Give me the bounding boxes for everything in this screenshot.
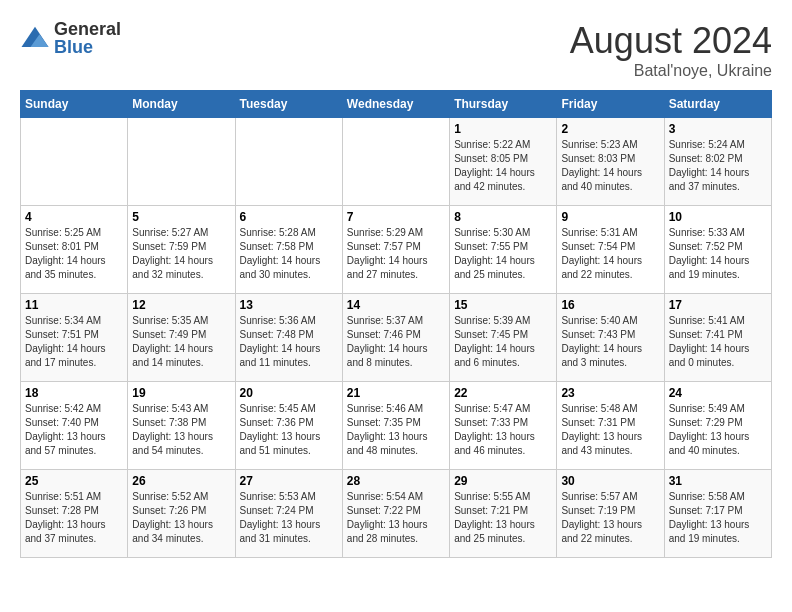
calendar-header-row: SundayMondayTuesdayWednesdayThursdayFrid…: [21, 91, 772, 118]
calendar-cell: 9Sunrise: 5:31 AMSunset: 7:54 PMDaylight…: [557, 206, 664, 294]
calendar-cell: 2Sunrise: 5:23 AMSunset: 8:03 PMDaylight…: [557, 118, 664, 206]
logo-text: General Blue: [54, 20, 121, 56]
day-number: 17: [669, 298, 767, 312]
day-number: 30: [561, 474, 659, 488]
calendar-cell: 3Sunrise: 5:24 AMSunset: 8:02 PMDaylight…: [664, 118, 771, 206]
calendar-header-monday: Monday: [128, 91, 235, 118]
day-number: 12: [132, 298, 230, 312]
calendar-cell: 8Sunrise: 5:30 AMSunset: 7:55 PMDaylight…: [450, 206, 557, 294]
day-info: Sunrise: 5:43 AMSunset: 7:38 PMDaylight:…: [132, 402, 230, 458]
logo-icon: [20, 23, 50, 53]
calendar-cell: 1Sunrise: 5:22 AMSunset: 8:05 PMDaylight…: [450, 118, 557, 206]
day-number: 31: [669, 474, 767, 488]
calendar-header-thursday: Thursday: [450, 91, 557, 118]
day-info: Sunrise: 5:41 AMSunset: 7:41 PMDaylight:…: [669, 314, 767, 370]
calendar-cell: [235, 118, 342, 206]
day-number: 7: [347, 210, 445, 224]
page-header: General Blue August 2024 Batal'noye, Ukr…: [20, 20, 772, 80]
calendar-cell: [342, 118, 449, 206]
calendar-cell: 25Sunrise: 5:51 AMSunset: 7:28 PMDayligh…: [21, 470, 128, 558]
day-info: Sunrise: 5:55 AMSunset: 7:21 PMDaylight:…: [454, 490, 552, 546]
day-number: 11: [25, 298, 123, 312]
day-number: 29: [454, 474, 552, 488]
day-info: Sunrise: 5:40 AMSunset: 7:43 PMDaylight:…: [561, 314, 659, 370]
calendar-cell: 17Sunrise: 5:41 AMSunset: 7:41 PMDayligh…: [664, 294, 771, 382]
day-info: Sunrise: 5:58 AMSunset: 7:17 PMDaylight:…: [669, 490, 767, 546]
day-info: Sunrise: 5:33 AMSunset: 7:52 PMDaylight:…: [669, 226, 767, 282]
calendar-cell: 5Sunrise: 5:27 AMSunset: 7:59 PMDaylight…: [128, 206, 235, 294]
calendar-cell: 28Sunrise: 5:54 AMSunset: 7:22 PMDayligh…: [342, 470, 449, 558]
calendar-header-tuesday: Tuesday: [235, 91, 342, 118]
calendar-table: SundayMondayTuesdayWednesdayThursdayFrid…: [20, 90, 772, 558]
day-info: Sunrise: 5:51 AMSunset: 7:28 PMDaylight:…: [25, 490, 123, 546]
calendar-cell: 15Sunrise: 5:39 AMSunset: 7:45 PMDayligh…: [450, 294, 557, 382]
location: Batal'noye, Ukraine: [570, 62, 772, 80]
calendar-cell: 29Sunrise: 5:55 AMSunset: 7:21 PMDayligh…: [450, 470, 557, 558]
day-info: Sunrise: 5:39 AMSunset: 7:45 PMDaylight:…: [454, 314, 552, 370]
day-number: 24: [669, 386, 767, 400]
calendar-cell: 14Sunrise: 5:37 AMSunset: 7:46 PMDayligh…: [342, 294, 449, 382]
calendar-cell: 23Sunrise: 5:48 AMSunset: 7:31 PMDayligh…: [557, 382, 664, 470]
calendar-week-row: 4Sunrise: 5:25 AMSunset: 8:01 PMDaylight…: [21, 206, 772, 294]
calendar-cell: 11Sunrise: 5:34 AMSunset: 7:51 PMDayligh…: [21, 294, 128, 382]
day-info: Sunrise: 5:48 AMSunset: 7:31 PMDaylight:…: [561, 402, 659, 458]
day-number: 2: [561, 122, 659, 136]
day-info: Sunrise: 5:22 AMSunset: 8:05 PMDaylight:…: [454, 138, 552, 194]
day-number: 18: [25, 386, 123, 400]
day-info: Sunrise: 5:23 AMSunset: 8:03 PMDaylight:…: [561, 138, 659, 194]
day-info: Sunrise: 5:25 AMSunset: 8:01 PMDaylight:…: [25, 226, 123, 282]
title-block: August 2024 Batal'noye, Ukraine: [570, 20, 772, 80]
day-number: 13: [240, 298, 338, 312]
logo: General Blue: [20, 20, 121, 56]
day-info: Sunrise: 5:47 AMSunset: 7:33 PMDaylight:…: [454, 402, 552, 458]
day-number: 8: [454, 210, 552, 224]
day-number: 4: [25, 210, 123, 224]
day-info: Sunrise: 5:53 AMSunset: 7:24 PMDaylight:…: [240, 490, 338, 546]
day-info: Sunrise: 5:37 AMSunset: 7:46 PMDaylight:…: [347, 314, 445, 370]
day-number: 19: [132, 386, 230, 400]
day-number: 23: [561, 386, 659, 400]
calendar-cell: 31Sunrise: 5:58 AMSunset: 7:17 PMDayligh…: [664, 470, 771, 558]
calendar-cell: [128, 118, 235, 206]
calendar-header-friday: Friday: [557, 91, 664, 118]
day-number: 15: [454, 298, 552, 312]
day-info: Sunrise: 5:42 AMSunset: 7:40 PMDaylight:…: [25, 402, 123, 458]
day-info: Sunrise: 5:27 AMSunset: 7:59 PMDaylight:…: [132, 226, 230, 282]
day-number: 5: [132, 210, 230, 224]
calendar-header-sunday: Sunday: [21, 91, 128, 118]
calendar-cell: 24Sunrise: 5:49 AMSunset: 7:29 PMDayligh…: [664, 382, 771, 470]
calendar-cell: 27Sunrise: 5:53 AMSunset: 7:24 PMDayligh…: [235, 470, 342, 558]
day-number: 10: [669, 210, 767, 224]
calendar-cell: 18Sunrise: 5:42 AMSunset: 7:40 PMDayligh…: [21, 382, 128, 470]
calendar-week-row: 25Sunrise: 5:51 AMSunset: 7:28 PMDayligh…: [21, 470, 772, 558]
calendar-cell: 4Sunrise: 5:25 AMSunset: 8:01 PMDaylight…: [21, 206, 128, 294]
calendar-week-row: 1Sunrise: 5:22 AMSunset: 8:05 PMDaylight…: [21, 118, 772, 206]
day-number: 28: [347, 474, 445, 488]
calendar-cell: 22Sunrise: 5:47 AMSunset: 7:33 PMDayligh…: [450, 382, 557, 470]
day-number: 1: [454, 122, 552, 136]
calendar-cell: 6Sunrise: 5:28 AMSunset: 7:58 PMDaylight…: [235, 206, 342, 294]
day-info: Sunrise: 5:31 AMSunset: 7:54 PMDaylight:…: [561, 226, 659, 282]
calendar-cell: 30Sunrise: 5:57 AMSunset: 7:19 PMDayligh…: [557, 470, 664, 558]
day-number: 3: [669, 122, 767, 136]
calendar-cell: 10Sunrise: 5:33 AMSunset: 7:52 PMDayligh…: [664, 206, 771, 294]
day-info: Sunrise: 5:54 AMSunset: 7:22 PMDaylight:…: [347, 490, 445, 546]
day-info: Sunrise: 5:45 AMSunset: 7:36 PMDaylight:…: [240, 402, 338, 458]
day-info: Sunrise: 5:24 AMSunset: 8:02 PMDaylight:…: [669, 138, 767, 194]
day-info: Sunrise: 5:52 AMSunset: 7:26 PMDaylight:…: [132, 490, 230, 546]
day-number: 6: [240, 210, 338, 224]
day-number: 14: [347, 298, 445, 312]
day-info: Sunrise: 5:35 AMSunset: 7:49 PMDaylight:…: [132, 314, 230, 370]
day-number: 27: [240, 474, 338, 488]
day-number: 25: [25, 474, 123, 488]
day-number: 16: [561, 298, 659, 312]
day-info: Sunrise: 5:36 AMSunset: 7:48 PMDaylight:…: [240, 314, 338, 370]
day-info: Sunrise: 5:49 AMSunset: 7:29 PMDaylight:…: [669, 402, 767, 458]
day-info: Sunrise: 5:57 AMSunset: 7:19 PMDaylight:…: [561, 490, 659, 546]
day-info: Sunrise: 5:46 AMSunset: 7:35 PMDaylight:…: [347, 402, 445, 458]
day-number: 21: [347, 386, 445, 400]
calendar-cell: 7Sunrise: 5:29 AMSunset: 7:57 PMDaylight…: [342, 206, 449, 294]
calendar-cell: 26Sunrise: 5:52 AMSunset: 7:26 PMDayligh…: [128, 470, 235, 558]
calendar-week-row: 11Sunrise: 5:34 AMSunset: 7:51 PMDayligh…: [21, 294, 772, 382]
logo-general-text: General: [54, 20, 121, 38]
